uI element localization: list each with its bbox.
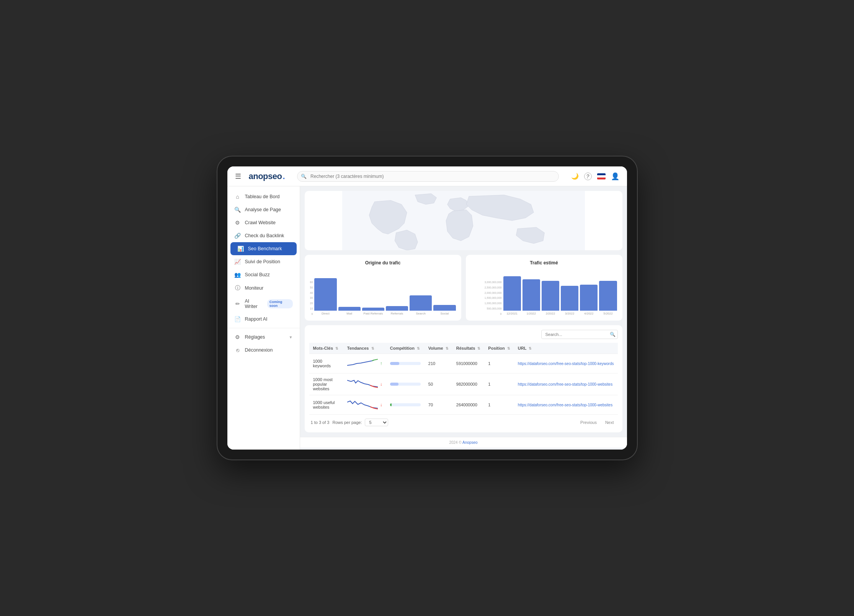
url-link-2[interactable]: https://dataforseo.com/free-seo-stats/to… (518, 403, 612, 407)
cell-position-1: 1 (484, 373, 514, 395)
menu-icon[interactable]: ☰ (235, 172, 241, 181)
col-position[interactable]: Position ⇅ (484, 343, 514, 354)
trafic-estime-card: Trafic estimé 3,000,000,000 2,500,000,00… (466, 255, 622, 321)
chevron-down-icon: ▼ (289, 335, 293, 339)
trafic-bars: 12/2021 1/2022 2/2022 (503, 281, 617, 315)
origine-bars: Direct Mail Paid Referrals (314, 281, 456, 315)
footer-link[interactable]: Anopseo (462, 440, 477, 445)
sidebar-item-analyse-de-page[interactable]: 🔍 Analyse de Page (227, 203, 300, 216)
cell-volume-0: 210 (425, 354, 452, 373)
cell-results-0: 591000000 (452, 354, 485, 373)
cell-results-2: 264000000 (452, 395, 485, 415)
table-search-input[interactable] (541, 330, 618, 339)
sidebar-item-check-du-backlink[interactable]: 🔗 Check du Backlink (227, 229, 300, 242)
col-url[interactable]: URL ⇅ (514, 343, 618, 354)
trafic-y-axis: 3,000,000,000 2,500,000,000 2,000,000,00… (471, 281, 502, 315)
bar-2-2022: 2/2022 (542, 281, 559, 315)
bar-paid-referrals: Paid Referrals (362, 308, 384, 315)
cell-url-0[interactable]: https://dataforseo.com/free-seo-stats/to… (514, 354, 618, 373)
table-row: 1000 useful websites ↓ (309, 395, 618, 415)
url-link-1[interactable]: https://dataforseo.com/free-seo-stats/to… (518, 382, 612, 386)
top-bar-actions: 🌙 ? 👤 (571, 172, 619, 181)
competition-bar-2 (390, 403, 421, 406)
col-competition[interactable]: Compétition ⇅ (386, 343, 425, 354)
cell-competition-2 (386, 395, 425, 415)
settings-icon: ⚙ (234, 334, 241, 340)
cell-url-2[interactable]: https://dataforseo.com/free-seo-stats/to… (514, 395, 618, 415)
keywords-table: Mots-Clés ⇅ Tendances ⇅ Compétition ⇅ (309, 343, 618, 415)
bar-12-2021: 12/2021 (503, 276, 521, 315)
coming-soon-badge: Coming soon (267, 299, 293, 308)
sort-icon: ⇅ (477, 347, 480, 350)
search-input[interactable] (297, 171, 558, 182)
sidebar-item-tableau-de-bord[interactable]: ⌂ Tableau de Bord (227, 190, 300, 203)
next-page-button[interactable]: Next (603, 419, 616, 425)
search-bar: 🔍 (297, 171, 558, 182)
sidebar-item-moniteur[interactable]: ⓘ Moniteur (227, 281, 300, 295)
device-frame: ☰ anopseo. 🔍 🌙 ? 👤 ⌂ Tableau de Bord (217, 156, 638, 460)
origine-y-axis: 60 50 40 30 20 10 0 (310, 281, 313, 315)
trend-line-0 (347, 358, 378, 369)
cell-volume-2: 70 (425, 395, 452, 415)
help-icon[interactable]: ? (584, 173, 592, 180)
table-search-icon[interactable]: 🔍 (610, 332, 616, 337)
cell-results-1: 982000000 (452, 373, 485, 395)
col-resultats[interactable]: Résultats ⇅ (452, 343, 485, 354)
prev-page-button[interactable]: Previous (578, 419, 599, 425)
trend-line-1 (347, 378, 378, 390)
table-row: 1000 most popular websites ↓ (309, 373, 618, 395)
col-tendances[interactable]: Tendances ⇅ (343, 343, 386, 354)
col-volume[interactable]: Volume ⇅ (425, 343, 452, 354)
cell-url-1[interactable]: https://dataforseo.com/free-seo-stats/to… (514, 373, 618, 395)
crawl-icon: ⚙ (234, 220, 241, 226)
rapport-icon: 📄 (234, 316, 241, 322)
sidebar-item-seo-benchmark[interactable]: 📊 Seo Benchmark (230, 242, 297, 255)
sidebar-item-crawl-website[interactable]: ⚙ Crawl Website (227, 216, 300, 229)
cell-competition-1 (386, 373, 425, 395)
sidebar-item-ai-writer[interactable]: ✏ AI Writer Coming soon (227, 295, 300, 313)
ai-writer-icon: ✏ (234, 301, 241, 307)
table-row: 1000 keywords ↑ (309, 354, 618, 373)
world-map-section (305, 191, 622, 250)
sidebar-item-deconnexion[interactable]: ⎋ Déconnexion (227, 344, 300, 357)
competition-bar-1 (390, 383, 421, 386)
origine-trafic-title: Origine du trafic (310, 260, 456, 266)
bar-social: Social (433, 305, 456, 315)
home-icon: ⌂ (234, 194, 241, 200)
origine-trafic-card: Origine du trafic 60 50 40 30 20 10 0 (305, 255, 461, 321)
rows-per-page-label: Rows per page: (332, 420, 362, 425)
sidebar-item-suivi-de-position[interactable]: 📈 Suivi de Position (227, 255, 300, 268)
bar-mail: Mail (338, 307, 361, 315)
pagination-left: 1 to 3 of 3 Rows per page: 5 10 25 (311, 419, 389, 426)
trend-line-2 (347, 399, 378, 411)
cell-volume-1: 50 (425, 373, 452, 395)
language-flag[interactable] (597, 173, 606, 179)
url-link-0[interactable]: https://dataforseo.com/free-seo-stats/to… (518, 362, 614, 366)
sidebar: ⌂ Tableau de Bord 🔍 Analyse de Page ⚙ Cr… (227, 186, 300, 450)
cell-keyword-1: 1000 most popular websites (309, 373, 343, 395)
sort-icon: ⇅ (529, 347, 532, 350)
bar-referrals: Referrals (386, 306, 408, 315)
top-bar: ☰ anopseo. 🔍 🌙 ? 👤 (227, 166, 627, 186)
col-mots-cles[interactable]: Mots-Clés ⇅ (309, 343, 343, 354)
cell-position-0: 1 (484, 354, 514, 373)
sidebar-item-rapport-ai[interactable]: 📄 Rapport AI (227, 313, 300, 326)
benchmark-icon: 📊 (237, 246, 244, 252)
cell-keyword-2: 1000 useful websites (309, 395, 343, 415)
rows-per-page-select[interactable]: 5 10 25 (365, 419, 388, 426)
cell-trend-0: ↑ (343, 354, 386, 373)
user-icon[interactable]: 👤 (611, 172, 619, 181)
dark-mode-icon[interactable]: 🌙 (571, 173, 579, 180)
sort-icon: ⇅ (507, 347, 510, 350)
sidebar-item-social-buzz[interactable]: 👥 Social Buzz (227, 268, 300, 281)
analyse-icon: 🔍 (234, 207, 241, 213)
pagination-right: Previous Next (578, 419, 616, 425)
sidebar-item-reglages[interactable]: ⚙ Réglages ▼ (227, 331, 300, 344)
content-area: Origine du trafic 60 50 40 30 20 10 0 (300, 186, 627, 450)
trend-down-icon: ↓ (380, 402, 382, 407)
cell-keyword-0: 1000 keywords (309, 354, 343, 373)
logout-icon: ⎋ (234, 347, 241, 353)
table-section: 🔍 Mots-Clés ⇅ Tendances (305, 325, 622, 432)
backlink-icon: 🔗 (234, 233, 241, 239)
charts-row: Origine du trafic 60 50 40 30 20 10 0 (305, 255, 622, 321)
